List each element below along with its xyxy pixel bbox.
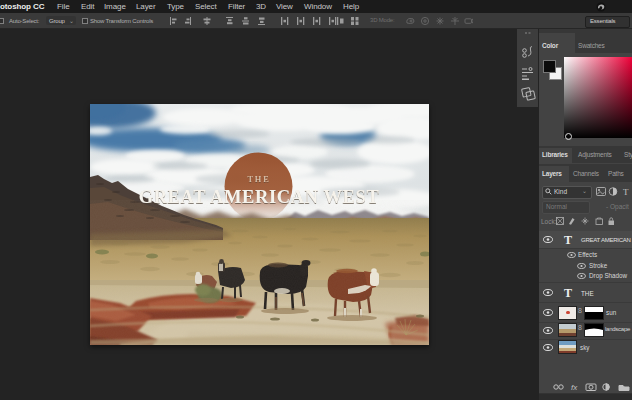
svg-text:T: T [623,187,629,196]
svg-text:fx: fx [571,383,578,391]
svg-text:THE: THE [248,174,271,184]
svg-text:GREAT AMERICAN WEST: GREAT AMERICAN WEST [139,187,380,207]
